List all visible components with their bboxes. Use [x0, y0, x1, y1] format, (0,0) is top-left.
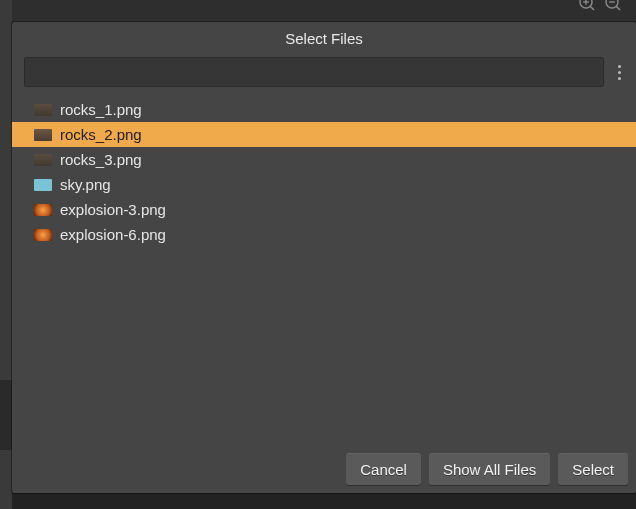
file-name-label: explosion-6.png	[60, 226, 166, 243]
dialog-title: Select Files	[12, 22, 636, 57]
zoom-icons	[578, 0, 622, 12]
file-name-label: rocks_3.png	[60, 151, 142, 168]
file-thumbnail-icon	[34, 204, 52, 216]
list-item[interactable]: explosion-6.png	[12, 222, 636, 247]
more-options-icon[interactable]	[612, 65, 626, 80]
list-item[interactable]: rocks_2.png	[12, 122, 636, 147]
bg-top-strip	[0, 0, 636, 22]
search-input[interactable]	[24, 57, 604, 87]
file-thumbnail-icon	[34, 229, 52, 241]
list-item[interactable]: rocks_3.png	[12, 147, 636, 172]
select-files-dialog: Select Files rocks_1.pngrocks_2.pngrocks…	[12, 22, 636, 493]
file-thumbnail-icon	[34, 179, 52, 191]
file-name-label: sky.png	[60, 176, 111, 193]
zoom-in-icon[interactable]	[578, 0, 596, 12]
cancel-button[interactable]: Cancel	[346, 453, 421, 485]
list-item[interactable]: sky.png	[12, 172, 636, 197]
file-name-label: rocks_1.png	[60, 101, 142, 118]
app-backdrop: Select Files rocks_1.pngrocks_2.pngrocks…	[0, 0, 636, 509]
search-row	[12, 57, 636, 95]
select-button[interactable]: Select	[558, 453, 628, 485]
svg-line-5	[616, 6, 620, 10]
file-thumbnail-icon	[34, 154, 52, 166]
svg-line-1	[590, 6, 594, 10]
file-name-label: rocks_2.png	[60, 126, 142, 143]
list-item[interactable]: rocks_1.png	[12, 97, 636, 122]
file-thumbnail-icon	[34, 129, 52, 141]
file-name-label: explosion-3.png	[60, 201, 166, 218]
file-list[interactable]: rocks_1.pngrocks_2.pngrocks_3.pngsky.png…	[12, 95, 636, 443]
show-all-files-button[interactable]: Show All Files	[429, 453, 550, 485]
file-thumbnail-icon	[34, 104, 52, 116]
dialog-footer: Cancel Show All Files Select	[12, 443, 636, 493]
list-item[interactable]: explosion-3.png	[12, 197, 636, 222]
zoom-out-icon[interactable]	[604, 0, 622, 12]
